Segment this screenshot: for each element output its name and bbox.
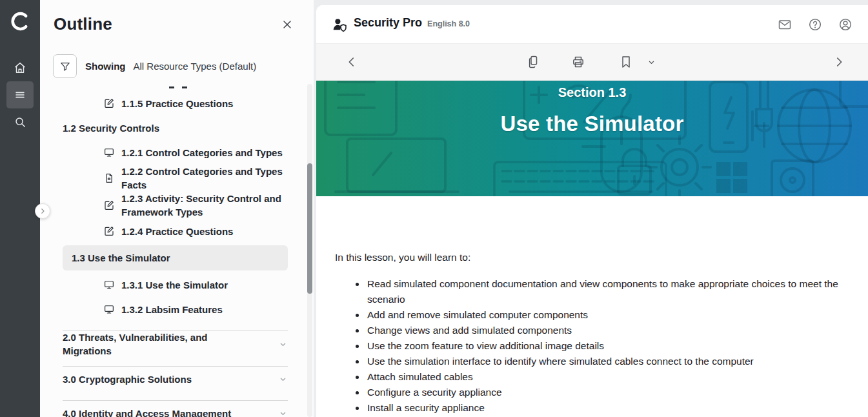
chevron-down-icon [278, 340, 288, 349]
mail-icon[interactable] [775, 15, 794, 34]
account-icon[interactable] [836, 15, 855, 34]
outline-item-label: 4.0 Identity and Access Management [63, 407, 231, 417]
chevron-down-icon [278, 374, 288, 384]
app-rail [0, 0, 40, 417]
outline-item[interactable]: 2.0 Threats, Vulnerabilities, and Migrat… [40, 331, 314, 358]
outline-item-label: 1.2.2 Control Categories and Types Facts [121, 165, 291, 192]
filter-showing-label: Showing [85, 61, 126, 72]
bookmark-menu-chevron-icon[interactable] [642, 52, 661, 72]
outline-item-label: 3.0 Cryptographic Solutions [63, 372, 192, 386]
app-logo-icon[interactable] [8, 9, 32, 34]
home-icon[interactable] [6, 54, 34, 81]
next-lesson-icon[interactable] [829, 52, 849, 72]
outline-item-selected[interactable]: 1.3 Use the Simulator [63, 245, 288, 270]
outline-item-label: 1.2.4 Practice Questions [121, 225, 233, 238]
filter-value-label[interactable]: All Resource Types (Default) [134, 61, 257, 72]
objective-item: Attach simulated cables [366, 369, 842, 385]
outline-item-label: 2.0 Threats, Vulnerabilities, and Migrat… [63, 331, 232, 358]
panel-expand-toggle[interactable] [35, 203, 50, 219]
outline-item[interactable]: 1.2.1 Control Categories and Types [40, 140, 314, 165]
section-number: Section 1.3 [316, 85, 868, 100]
outline-item[interactable]: 1.2.2 Control Categories and Types Facts [40, 165, 314, 192]
help-icon[interactable] [805, 15, 825, 34]
outline-item[interactable]: 1.2 Security Controls [40, 116, 314, 140]
outline-item-label: 1.3.2 Labsim Features [121, 303, 223, 316]
outline-item[interactable]: 4.0 Identity and Access Management [40, 401, 314, 417]
outline-item-label: 1.3 Use the Simulator [63, 251, 170, 265]
outline-panel: Outline Showing All Resource Types (Defa… [40, 0, 314, 417]
outline-item-label: 1.1.5 Practice Questions [121, 97, 233, 110]
course-version: English 8.0 [427, 19, 470, 28]
outline-item[interactable]: 3.0 Cryptographic Solutions [40, 367, 314, 392]
outline-item-label: 1.3.1 Use the Simulator [121, 278, 228, 292]
lesson-card: Security Pro English 8.0 [316, 5, 868, 417]
outline-item-label: 1.2 Security Controls [63, 121, 159, 135]
objective-item: Change views and add simulated component… [366, 323, 842, 338]
search-icon[interactable] [6, 108, 34, 136]
outline-list: 1.1.5 Practice Questions1.2 Security Con… [40, 83, 314, 417]
objective-item: Configure a security appliance [366, 385, 842, 400]
video-monitor-icon [103, 147, 115, 158]
course-title: Security Pro [354, 16, 422, 30]
course-security-icon [331, 16, 348, 33]
lesson-content: In this lesson, you will learn to: Read … [316, 196, 868, 417]
main-area: Security Pro English 8.0 [314, 0, 868, 417]
chevron-down-icon [278, 409, 288, 417]
course-header: Security Pro English 8.0 [316, 5, 868, 44]
video-monitor-icon [103, 279, 115, 290]
outline-item[interactable]: 1.2.3 Activity: Security Control and Fra… [40, 192, 314, 219]
lesson-intro: In this lesson, you will learn to: [335, 250, 842, 265]
outline-item-label: 1.2.3 Activity: Security Control and Fra… [121, 192, 291, 219]
outline-item-label: 1.2.1 Control Categories and Types [121, 146, 283, 159]
objective-item: Use the simulation interface to identify… [366, 354, 842, 369]
outline-item[interactable]: 1.3.1 Use the Simulator [40, 272, 314, 297]
lesson-objectives-list: Read simulated component documentation a… [366, 276, 842, 416]
print-icon[interactable] [569, 52, 588, 72]
bookmark-icon[interactable] [616, 52, 636, 72]
section-banner: Section 1.3 Use the Simulator [316, 81, 868, 196]
document-icon [103, 172, 115, 184]
lesson-toolbar [316, 44, 868, 81]
copy-icon[interactable] [523, 52, 543, 72]
outline-item[interactable]: 1.3.2 Labsim Features [40, 297, 314, 321]
outline-scrollbar-thumb[interactable] [307, 163, 312, 294]
outline-item[interactable]: 1.2.4 Practice Questions [40, 219, 314, 243]
objective-item: Use the zoom feature to view additional … [366, 338, 842, 354]
outline-item[interactable]: 1.1.5 Practice Questions [40, 91, 314, 116]
edit-icon [103, 225, 115, 237]
objective-item: Install a security appliance [366, 400, 842, 416]
menu-icon[interactable] [6, 81, 34, 108]
edit-icon [103, 199, 115, 211]
objective-item: Read simulated component documentation a… [366, 276, 842, 307]
close-icon[interactable] [279, 16, 296, 33]
outline-panel-title: Outline [54, 14, 112, 34]
objective-item: Add and remove simulated computer compon… [366, 307, 842, 323]
edit-icon [103, 97, 115, 109]
clipped-item-remnant [169, 83, 314, 91]
filter-icon[interactable] [53, 54, 77, 78]
video-monitor-icon [103, 303, 115, 315]
section-title: Use the Simulator [316, 112, 868, 136]
